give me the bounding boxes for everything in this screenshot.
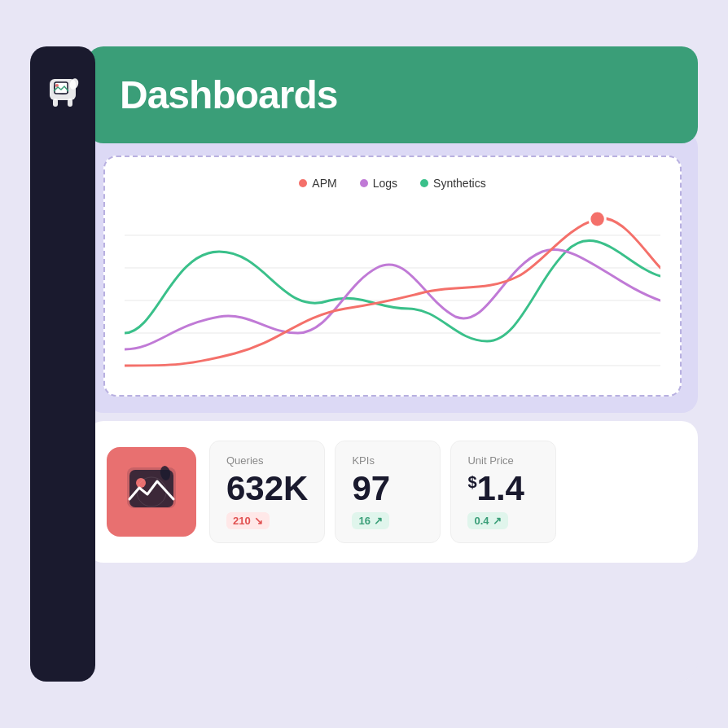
unit-price-change: 0.4 ↗: [467, 512, 507, 529]
legend-logs: Logs: [360, 177, 397, 190]
stats-section: Queries 632K 210 ↘ KPIs 97: [87, 421, 698, 563]
kpis-value: 97: [352, 470, 423, 507]
chart-area: [125, 203, 660, 382]
svg-rect-2: [68, 99, 72, 107]
dashboard-header: Dashboards: [87, 46, 698, 143]
synthetics-dot: [420, 179, 428, 187]
queries-label: Queries: [226, 454, 308, 467]
kpis-stat-card: KPIs 97 16 ↗: [335, 441, 441, 543]
main-container: Dashboards APM Logs Synthetic: [30, 46, 698, 682]
legend-synthetics: Synthetics: [420, 177, 486, 190]
chart-legend: APM Logs Synthetics: [125, 177, 660, 190]
chart-section: APM Logs Synthetics: [87, 131, 698, 413]
legend-logs-label: Logs: [373, 177, 397, 190]
queries-stat-card: Queries 632K 210 ↘: [209, 441, 325, 543]
stats-logo-box: [107, 447, 196, 537]
legend-synthetics-label: Synthetics: [433, 177, 486, 190]
unit-price-value: $1.4: [467, 470, 539, 507]
stat-cards: Queries 632K 210 ↘ KPIs 97: [209, 441, 678, 543]
legend-apm-label: APM: [312, 177, 336, 190]
unit-price-label: Unit Price: [467, 454, 539, 467]
kpis-change: 16 ↗: [352, 512, 388, 529]
sidebar: [30, 46, 95, 682]
svg-rect-1: [53, 99, 58, 107]
queries-change: 210 ↘: [226, 512, 270, 529]
logs-dot: [360, 179, 368, 187]
page-title: Dashboards: [120, 72, 665, 117]
queries-value: 632K: [226, 470, 308, 507]
kpis-label: KPIs: [352, 454, 423, 467]
legend-apm: APM: [299, 177, 336, 190]
apm-dot: [299, 179, 307, 187]
svg-point-13: [590, 211, 605, 227]
sidebar-logo: [42, 71, 84, 113]
main-content: Dashboards APM Logs Synthetic: [87, 46, 698, 682]
unit-price-stat-card: Unit Price $1.4 0.4 ↗: [450, 441, 556, 543]
chart-card: APM Logs Synthetics: [103, 156, 682, 397]
